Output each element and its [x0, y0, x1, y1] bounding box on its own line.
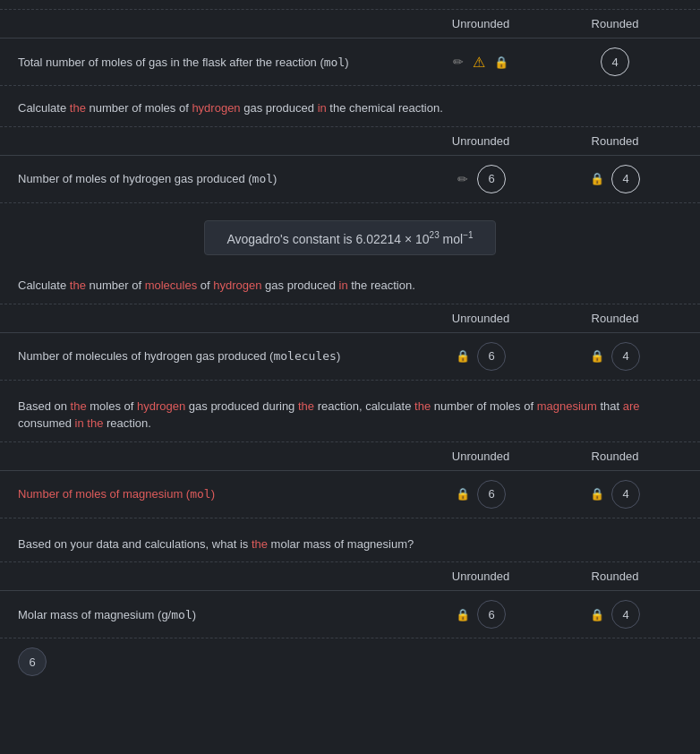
unrounded-header-5: Unrounded: [414, 570, 548, 583]
rounded-header-3: Rounded: [548, 312, 682, 325]
unrounded-header: Unrounded: [414, 17, 548, 30]
unrounded-value-4: 6: [477, 480, 506, 509]
row-controls-4: 🔒 6 🔒 4: [414, 480, 682, 509]
highlight-close: ): [211, 487, 215, 501]
lock-icon-2: 🔒: [590, 172, 604, 185]
rounded-value-5: 4: [611, 600, 640, 629]
highlight: hydrogen: [192, 101, 240, 115]
highlight: the: [87, 416, 103, 430]
section3-table: Unrounded Rounded Number of molecules of…: [0, 304, 700, 381]
rounded-header-5: Rounded: [548, 570, 682, 583]
rounded-group-4: 🔒 4: [548, 480, 682, 509]
instruction-4: Based on the moles of hydrogen gas produ…: [0, 385, 700, 441]
row-label-4: Number of moles of magnesium (mol): [18, 487, 414, 501]
lock-icon-3a: 🔒: [456, 349, 470, 363]
lock-button-1[interactable]: 🔒: [492, 54, 510, 71]
row-controls-5: 🔒 6 🔒 4: [414, 600, 682, 629]
avogadro-unit: mol: [443, 231, 464, 245]
lock-icon-4b: 🔒: [590, 487, 604, 501]
rounded-group-3: 🔒 4: [548, 342, 682, 371]
unit-mol-5: mol: [171, 608, 192, 621]
highlight: in: [339, 278, 348, 292]
highlight: in: [318, 101, 327, 115]
unrounded-group-4: 🔒 6: [414, 480, 548, 509]
table-header-2: Unrounded Rounded: [0, 127, 700, 156]
highlight: the: [298, 399, 314, 413]
section5-table: Unrounded Rounded Molar mass of magnesiu…: [0, 561, 700, 638]
table-header-3: Unrounded Rounded: [0, 304, 700, 333]
rounded-header: Rounded: [548, 17, 682, 30]
instruction-3: Calculate the number of molecules of hyd…: [0, 268, 700, 304]
unrounded-group-1: ✏ ⚠ 🔒: [414, 53, 548, 71]
highlight: molecules: [145, 278, 198, 292]
lock-icon-3b: 🔒: [590, 349, 604, 363]
unrounded-header-3: Unrounded: [414, 312, 548, 325]
row-label-2: Number of moles of hydrogen gas produced…: [18, 172, 414, 185]
highlight: hydrogen: [213, 278, 261, 292]
row-controls-2: ✏ 6 🔒 4: [414, 165, 682, 193]
unit-mol: mol: [324, 56, 345, 69]
unit-molecules: molecules: [273, 349, 336, 363]
rounded-value-1: 4: [601, 47, 629, 76]
table-row: Total number of moles of gas in the flas…: [0, 39, 700, 85]
section1-table: Unrounded Rounded Total number of moles …: [0, 9, 700, 86]
rounded-group-2: 🔒 4: [548, 165, 682, 193]
lock-icon-5a: 🔒: [456, 608, 470, 621]
instruction-5: Based on your data and calculations, wha…: [0, 523, 700, 562]
avogadro-exponent: 23: [430, 230, 440, 240]
highlight: the: [70, 278, 86, 292]
floating-badge-value: 6: [18, 647, 47, 676]
row-label-3: Number of molecules of hydrogen gas prod…: [18, 349, 414, 363]
pencil-button-1[interactable]: ✏: [451, 53, 465, 71]
rounded-group-5: 🔒 4: [548, 600, 682, 629]
warning-icon-1: ⚠: [473, 54, 485, 71]
highlight-label: Number of moles of magnesium (: [18, 487, 190, 501]
unit-mol-2: mol: [252, 172, 273, 185]
avogadro-unit-exp: −1: [463, 230, 473, 240]
highlight: the: [414, 399, 431, 413]
lock-icon-4a: 🔒: [456, 487, 470, 501]
highlight: hydrogen: [137, 399, 185, 413]
table-row-4: Number of moles of magnesium (mol) 🔒 6 🔒…: [0, 471, 700, 518]
highlight: the: [71, 399, 87, 413]
unrounded-header-4: Unrounded: [414, 450, 548, 463]
rounded-header-4: Rounded: [548, 450, 682, 463]
row-controls-1: ✏ ⚠ 🔒 4: [414, 47, 682, 76]
rounded-group-1: 4: [548, 47, 682, 76]
table-row-2: Number of moles of hydrogen gas produced…: [0, 156, 700, 202]
rounded-value-3: 4: [611, 342, 640, 371]
highlight: the: [70, 101, 86, 115]
section4-table: Unrounded Rounded Number of moles of mag…: [0, 441, 700, 518]
table-header-4: Unrounded Rounded: [0, 442, 700, 471]
pencil-button-2[interactable]: ✏: [456, 170, 470, 188]
unrounded-group-3: 🔒 6: [414, 342, 548, 371]
rounded-value-2: 4: [611, 165, 640, 193]
row-label-1: Total number of moles of gas in the flas…: [18, 56, 414, 69]
rounded-value-4: 4: [611, 480, 640, 509]
table-row-3: Number of molecules of hydrogen gas prod…: [0, 333, 700, 380]
avogadro-constant: Avogadro's constant is 6.02214 × 1023 mo…: [204, 220, 495, 256]
highlight: magnesium: [537, 399, 597, 413]
highlight: the: [252, 537, 268, 551]
unrounded-value-2: 6: [477, 165, 506, 193]
lock-icon-5b: 🔒: [590, 608, 604, 621]
avogadro-box: Avogadro's constant is 6.02214 × 1023 mo…: [0, 208, 700, 269]
unrounded-group-2: ✏ 6: [414, 165, 548, 193]
instruction-2: Calculate the number of moles of hydroge…: [0, 90, 700, 126]
unrounded-header-2: Unrounded: [414, 134, 548, 148]
table-row-5: Molar mass of magnesium (g/mol) 🔒 6 🔒 4: [0, 591, 700, 638]
unrounded-value-5: 6: [477, 600, 506, 629]
table-header-5: Unrounded Rounded: [0, 562, 700, 591]
unrounded-value-3: 6: [477, 342, 506, 371]
table-header-1: Unrounded Rounded: [0, 10, 700, 39]
unrounded-group-5: 🔒 6: [414, 600, 548, 629]
row-label-5: Molar mass of magnesium (g/mol): [18, 608, 414, 621]
row-controls-3: 🔒 6 🔒 4: [414, 342, 682, 371]
unit-mol-4: mol: [190, 487, 210, 501]
highlight: in: [75, 416, 84, 430]
section2-table: Unrounded Rounded Number of moles of hyd…: [0, 126, 700, 203]
floating-badge-container: 6: [18, 647, 47, 676]
rounded-header-2: Rounded: [548, 134, 682, 148]
highlight: are: [623, 399, 640, 413]
